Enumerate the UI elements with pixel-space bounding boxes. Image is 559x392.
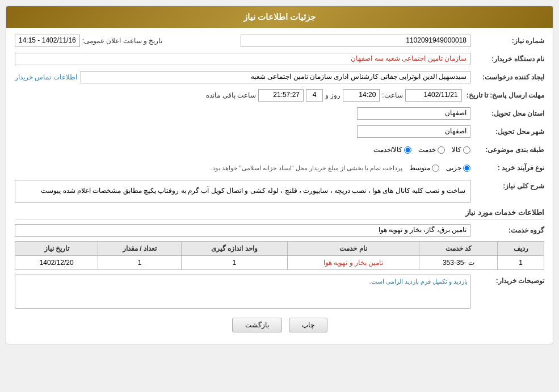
creator-value: سیدسهیل الدین ابوترابی جفاتی کارشناس ادا…: [81, 71, 470, 83]
buyer-org-value: سازمان تامین اجتماعی شعبه سه اصفهان: [15, 53, 470, 65]
announce-label: تاریخ و ساعت اعلان عمومی:: [82, 37, 163, 45]
process-medium-item: متوسط: [409, 164, 439, 172]
process-partial-radio[interactable]: [463, 165, 470, 172]
category-goods-item: کالا: [452, 146, 470, 154]
buyer-desc-text: بازدید و تکمیل فرم بازدید الزامی است.: [369, 278, 468, 285]
deadline-date: 1402/11/21: [405, 89, 462, 102]
buyer-desc-content: بازدید و تکمیل فرم بازدید الزامی است.: [15, 275, 470, 309]
cell-row-num: 1: [498, 255, 544, 269]
description-row: شرح کلی نیاز: ساخت و نصب کلیه کانال های …: [15, 180, 544, 203]
process-note: پرداخت تمام یا بخشی از مبلغ خریدار محل "…: [210, 165, 402, 172]
table-header-row: ردیف کد خدمت نام خدمت واحد اندازه گیری ت…: [15, 241, 544, 255]
city-label: شهر محل تحویل:: [470, 128, 544, 136]
deadline-time: 14:20: [343, 89, 380, 102]
category-service-label: خدمت: [418, 146, 436, 154]
contact-link[interactable]: اطلاعات تماس خریدار: [15, 73, 77, 81]
card-header: جزئیات اطلاعات نیاز: [6, 6, 553, 28]
category-label: طبقه بندی موضوعی:: [470, 146, 544, 154]
deadline-label: مهلت ارسال پاسخ: تا تاریخ:: [462, 91, 544, 99]
buyer-org-row: نام دستگاه خریدار: سازمان تامین اجتماعی …: [15, 52, 544, 66]
need-number-row: شماره نیاز: 1102091949000018 تاریخ و ساع…: [15, 33, 544, 48]
city-value: اصفهان: [357, 125, 470, 138]
deadline-remaining-label: ساعت باقی مانده: [206, 91, 256, 99]
category-goods-radio[interactable]: [463, 146, 470, 154]
cell-quantity: 1: [98, 255, 181, 269]
category-goods-service-radio[interactable]: [404, 146, 411, 154]
process-radio-group: جزیی متوسط پرداخت تمام یا بخشی از مبلغ خ…: [15, 164, 470, 172]
category-goods-service-item: کالا/خدمت: [373, 146, 411, 154]
deadline-day-label: روز و: [325, 91, 341, 99]
deadline-time-label: ساعت:: [382, 91, 402, 99]
deadline-remaining: 21:57:27: [258, 89, 304, 102]
description-text: ساخت و نصب کلیه کانال های هوا ، نصب دریچ…: [15, 180, 470, 203]
creator-row: ایجاد کننده درخواست: سیدسهیل الدین ابوتر…: [15, 70, 544, 85]
deadline-row: مهلت ارسال پاسخ: تا تاریخ: 1402/11/21 سا…: [15, 88, 544, 103]
service-group-label: گروه خدمت:: [470, 226, 544, 234]
category-row: طبقه بندی موضوعی: کالا خدمت کالا/خدمت: [15, 142, 544, 157]
description-label: شرح کلی نیاز:: [470, 180, 544, 190]
deadline-days: 4: [306, 89, 323, 102]
services-section-title: اطلاعات خدمات مورد نیاز: [15, 208, 544, 220]
category-radio-group: کالا خدمت کالا/خدمت: [15, 146, 470, 154]
process-medium-label: متوسط: [409, 164, 430, 172]
col-quantity: تعداد / مقدار: [98, 241, 181, 255]
creator-label: ایجاد کننده درخواست:: [470, 73, 544, 81]
table-row: 1 ت -35-353 تامین بخار و تهویه هوا 1 1 1…: [15, 255, 544, 269]
col-row-num: ردیف: [498, 241, 544, 255]
process-label: نوع فرآیند خرید :: [470, 164, 544, 172]
cell-unit: 1: [181, 255, 287, 269]
process-medium-radio[interactable]: [432, 165, 439, 172]
back-button[interactable]: بازگشت: [232, 318, 282, 332]
province-row: استان محل تحویل: اصفهان: [15, 106, 544, 121]
category-goods-label: کالا: [452, 146, 461, 154]
cell-service-code: ت -35-353: [419, 255, 498, 269]
process-partial-label: جزیی: [446, 164, 461, 172]
services-table: ردیف کد خدمت نام خدمت واحد اندازه گیری ت…: [15, 241, 544, 270]
process-partial-item: جزیی: [446, 164, 470, 172]
buyer-desc-row: توصیحات خریدار: بازدید و تکمیل فرم بازدی…: [15, 275, 544, 309]
province-label: استان محل تحویل:: [470, 109, 544, 117]
city-row: شهر محل تحویل: اصفهان: [15, 124, 544, 139]
page-wrapper: جزئیات اطلاعات نیاز شماره نیاز: 11020919…: [0, 0, 559, 392]
page-title: جزئیات اطلاعات نیاز: [243, 12, 316, 22]
card-body: شماره نیاز: 1102091949000018 تاریخ و ساع…: [6, 28, 553, 344]
col-date: تاریخ نیاز: [15, 241, 98, 255]
main-card: جزئیات اطلاعات نیاز شماره نیاز: 11020919…: [6, 6, 553, 344]
col-service-code: کد خدمت: [419, 241, 498, 255]
announce-value: 1402/11/16 - 14:15: [15, 35, 80, 47]
buyer-org-label: نام دستگاه خریدار:: [470, 55, 544, 63]
service-group-row: گروه خدمت: تامین برق، گاز، بخار و تهویه …: [15, 223, 544, 238]
col-service-name: نام خدمت: [287, 241, 419, 255]
deadline-group: 1402/11/21 ساعت: 14:20 روز و 4 21:57:27 …: [15, 89, 462, 102]
need-number-value: 1102091949000018: [241, 35, 471, 47]
need-number-label: شماره نیاز:: [470, 37, 544, 45]
category-service-item: خدمت: [418, 146, 445, 154]
creator-group: سیدسهیل الدین ابوترابی جفاتی کارشناس ادا…: [15, 71, 470, 83]
need-number-group: 1102091949000018 تاریخ و ساعت اعلان عموم…: [15, 35, 470, 47]
buyer-desc-label: توصیحات خریدار:: [470, 275, 544, 285]
province-value: اصفهان: [357, 107, 470, 120]
process-row: نوع فرآیند خرید : جزیی متوسط پرداخت تمام…: [15, 161, 544, 175]
category-goods-service-label: کالا/خدمت: [373, 146, 402, 154]
buttons-row: چاپ بازگشت: [15, 318, 544, 338]
category-service-radio[interactable]: [438, 146, 445, 154]
print-button[interactable]: چاپ: [289, 318, 327, 332]
cell-date: 1402/12/20: [15, 255, 98, 269]
cell-service-name: تامین بخار و تهویه هوا: [287, 255, 419, 269]
col-unit: واحد اندازه گیری: [181, 241, 287, 255]
service-group-value: تامین برق، گاز، بخار و تهویه هوا: [15, 224, 470, 237]
